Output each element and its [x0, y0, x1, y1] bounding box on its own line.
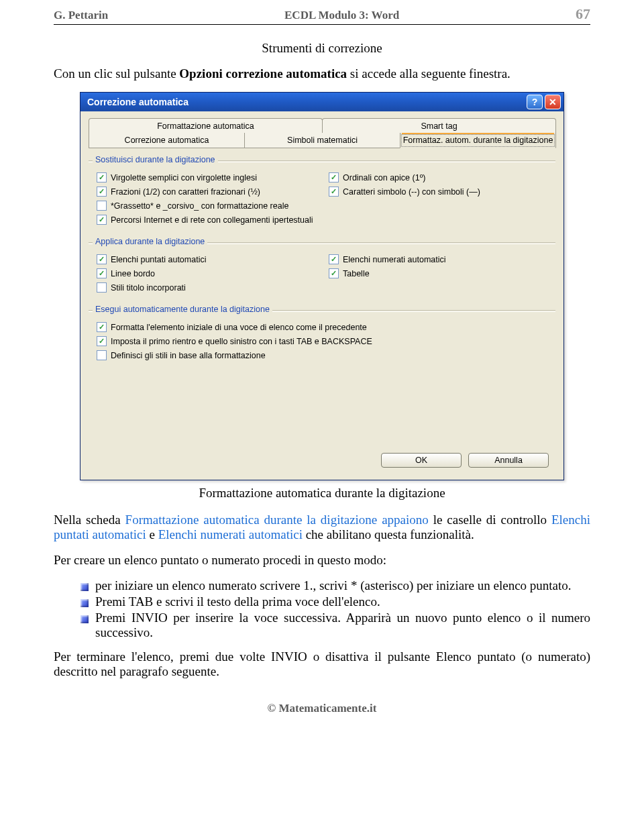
checkbox-icon[interactable] [97, 215, 107, 225]
checkbox-icon[interactable] [329, 172, 339, 182]
check-linee-bordo[interactable]: Linee bordo [97, 268, 315, 278]
check-caratteri-simbolo[interactable]: Caratteri simbolo (--) con simboli (—) [329, 187, 547, 197]
checkbox-icon[interactable] [97, 322, 107, 332]
page-header: G. Pettarin ECDL Modulo 3: Word 67 [54, 0, 590, 25]
intro-after: si accede alla seguente finestra. [347, 66, 511, 81]
checkbox-icon[interactable] [97, 282, 107, 293]
check-formatta-elemento[interactable]: Formatta l'elemento iniziale di una voce… [97, 322, 547, 332]
section-title: Strumenti di correzione [54, 41, 590, 56]
tabs-row-bottom: Correzione automatica Simboli matematici… [89, 133, 555, 148]
check-virgolette[interactable]: Virgolette semplici con virgolette ingle… [97, 172, 315, 182]
paragraph-2: Nella scheda Formattazione automatica du… [54, 513, 590, 542]
paragraph-3: Per creare un elenco puntato o numerato … [54, 553, 590, 568]
autocorrect-dialog: Correzione automatica ? ✕ Formattazione … [80, 92, 564, 480]
checkbox-icon[interactable] [97, 172, 107, 182]
tabs-row-top: Formattazione automatica Smart tag [89, 118, 555, 134]
check-tabelle[interactable]: Tabelle [329, 268, 547, 278]
paragraph-4: Per terminare l'elenco, premi due volte … [54, 649, 590, 679]
ok-button[interactable]: OK [381, 453, 462, 468]
highlight-numerati: Elenchi numerati automatici [158, 527, 303, 541]
help-icon[interactable]: ? [527, 95, 543, 109]
highlight-scheda: Formattazione automatica durante la digi… [125, 513, 429, 527]
dialog-title: Correzione automatica [87, 97, 189, 107]
dialog-titlebar[interactable]: Correzione automatica ? ✕ [80, 93, 564, 111]
close-icon[interactable]: ✕ [545, 95, 561, 109]
checkbox-icon[interactable] [329, 254, 339, 264]
tab-smart-tag[interactable]: Smart tag [322, 118, 556, 134]
check-definisci-stili[interactable]: Definisci gli stili in base alla formatt… [97, 350, 547, 360]
check-stili-titolo[interactable]: Stili titolo incorporati [97, 282, 315, 293]
bullet-list: per iniziare un elenco numerato scrivere… [54, 578, 590, 640]
group-sostituisci-label: Sostituisci durante la digitazione [93, 155, 218, 164]
header-page-number: 67 [576, 5, 590, 23]
group-esegui: Esegui automaticamente durante la digita… [89, 310, 555, 366]
check-ordinali[interactable]: Ordinali con apice (1º) [329, 172, 547, 182]
tab-simboli-matematici[interactable]: Simboli matematici [244, 133, 400, 148]
header-title: ECDL Modulo 3: Word [284, 9, 399, 22]
checkbox-icon[interactable] [97, 201, 107, 211]
intro-before: Con un clic sul pulsante [54, 66, 179, 81]
list-item: Premi INVIO per inserire la voce success… [80, 611, 590, 640]
check-frazioni[interactable]: Frazioni (1/2) con caratteri frazionari … [97, 187, 315, 197]
check-grassetto-corsivo[interactable]: *Grassetto* e _corsivo_ con formattazion… [97, 201, 315, 211]
group-applica: Applica durante la digitazione Elenchi p… [89, 242, 555, 298]
list-item: Premi TAB e scrivi il testo della prima … [80, 594, 590, 609]
intro-bold: Opzioni correzione automatica [179, 66, 347, 81]
group-sostituisci: Sostituisci durante la digitazione Virgo… [89, 160, 555, 230]
dialog-footer: OK Annulla [89, 439, 555, 470]
check-percorsi-internet[interactable]: Percorsi Internet e di rete con collegam… [97, 215, 547, 225]
checkbox-icon[interactable] [97, 336, 107, 346]
check-elenchi-numerati[interactable]: Elenchi numerati automatici [329, 254, 547, 264]
cancel-button[interactable]: Annulla [468, 453, 549, 468]
tab-correzione-automatica[interactable]: Correzione automatica [89, 133, 245, 148]
checkbox-icon[interactable] [329, 268, 339, 278]
checkbox-icon[interactable] [97, 187, 107, 197]
page-footer: © Matematicamente.it [54, 702, 590, 715]
checkbox-icon[interactable] [97, 268, 107, 278]
figure-caption: Formattazione automatica durante la digi… [54, 486, 590, 501]
tab-formattazione-automatica[interactable]: Formattazione automatica [89, 118, 323, 134]
header-author: G. Pettarin [54, 9, 108, 22]
checkbox-icon[interactable] [97, 350, 107, 360]
list-item: per iniziare un elenco numerato scrivere… [80, 578, 590, 593]
checkbox-icon[interactable] [329, 187, 339, 197]
tab-formattaz-autom-digitazione[interactable]: Formattaz. autom. durante la digitazione [400, 133, 556, 148]
group-applica-label: Applica durante la digitazione [93, 237, 207, 246]
check-elenchi-puntati[interactable]: Elenchi puntati automatici [97, 254, 315, 264]
intro-paragraph: Con un clic sul pulsante Opzioni correzi… [54, 66, 590, 81]
group-esegui-label: Esegui automaticamente durante la digita… [93, 305, 272, 314]
check-imposta-rientro[interactable]: Imposta il primo rientro e quello sinist… [97, 336, 547, 346]
checkbox-icon[interactable] [97, 254, 107, 264]
